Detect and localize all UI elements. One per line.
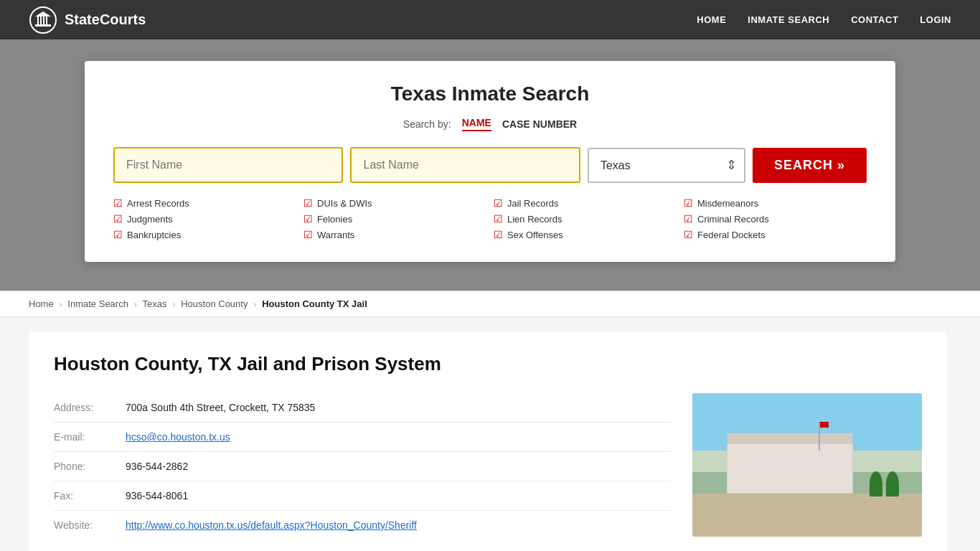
breadcrumb-sep-2: ›	[134, 300, 137, 309]
checkbox-icon: ☑	[684, 213, 693, 225]
check-label: Criminal Records	[697, 214, 769, 225]
breadcrumb-inmate-search[interactable]: Inmate Search	[67, 298, 128, 309]
checkbox-icon: ☑	[684, 197, 693, 209]
logo[interactable]: StateCourts	[29, 6, 146, 34]
breadcrumb-sep-3: ›	[173, 300, 176, 309]
hero-section: COURTHOUSE Texas Inmate Search Search by…	[0, 39, 980, 291]
check-label: Bankruptcies	[127, 230, 181, 240]
svg-marker-6	[35, 11, 51, 17]
check-label: Felonies	[317, 214, 352, 225]
address-label: Address:	[54, 402, 111, 413]
last-name-input[interactable]	[350, 147, 580, 183]
phone-label: Phone:	[54, 461, 111, 472]
check-label: DUIs & DWIs	[317, 198, 372, 209]
email-label: E-mail:	[54, 431, 111, 443]
svg-rect-4	[43, 16, 44, 24]
nav-login[interactable]: LOGIN	[920, 14, 951, 25]
address-value: 700a South 4th Street, Crockett, TX 7583…	[126, 402, 315, 413]
check-label: Warrants	[317, 230, 354, 240]
checkbox-icon: ☑	[303, 197, 313, 209]
website-label: Website:	[54, 519, 111, 531]
tab-case-number[interactable]: CASE NUMBER	[502, 118, 577, 130]
header: StateCourts HOME INMATE SEARCH CONTACT L…	[0, 0, 980, 39]
phone-value: 936-544-2862	[126, 461, 188, 472]
info-row-fax: Fax: 936-544-8061	[54, 481, 671, 511]
breadcrumb-texas[interactable]: Texas	[143, 298, 167, 309]
nav-contact[interactable]: CONTACT	[851, 14, 898, 25]
search-inputs-row: Texas ⇕ SEARCH »	[113, 147, 867, 183]
check-misdemeanors: ☑ Misdemeanors	[684, 197, 867, 209]
trees	[870, 471, 899, 496]
checkbox-icon: ☑	[494, 229, 503, 240]
check-warrants: ☑ Warrants	[303, 229, 486, 240]
info-row-email: E-mail: hcso@co.houston.tx.us	[54, 423, 671, 452]
check-label: Sex Offenses	[507, 230, 563, 240]
logo-text: StateCourts	[65, 11, 146, 28]
check-bankruptcies: ☑ Bankruptcies	[113, 229, 296, 240]
logo-icon	[29, 6, 57, 34]
svg-rect-3	[40, 16, 42, 24]
breadcrumb-sep-4: ›	[253, 300, 256, 309]
info-row-address: Address: 700a South 4th Street, Crockett…	[54, 393, 671, 423]
nav-inmate-search[interactable]: INMATE SEARCH	[748, 14, 829, 25]
check-felonies: ☑ Felonies	[303, 213, 486, 225]
checkbox-icon: ☑	[303, 213, 313, 225]
breadcrumb: Home › Inmate Search › Texas › Houston C…	[0, 291, 980, 317]
facility-title: Houston County, TX Jail and Prison Syste…	[54, 353, 922, 375]
check-sex-offenses: ☑ Sex Offenses	[494, 229, 677, 240]
email-link[interactable]: hcso@co.houston.tx.us	[126, 431, 230, 443]
nav-home[interactable]: HOME	[697, 14, 726, 25]
search-card: Texas Inmate Search Search by: NAME CASE…	[85, 61, 895, 262]
checkbox-icon: ☑	[303, 229, 313, 240]
info-row-website: Website: http://www.co.houston.tx.us/def…	[54, 511, 671, 540]
flagpole	[819, 422, 820, 451]
svg-rect-5	[46, 16, 47, 24]
tab-name[interactable]: NAME	[462, 117, 491, 131]
fax-label: Fax:	[54, 490, 111, 501]
info-row-phone: Phone: 936-544-2862	[54, 452, 671, 481]
facility-info: Address: 700a South 4th Street, Crockett…	[54, 393, 671, 540]
check-label: Lien Records	[507, 214, 562, 225]
search-by-label: Search by:	[403, 118, 451, 130]
svg-rect-1	[35, 24, 51, 27]
breadcrumb-current: Houston County TX Jail	[262, 298, 367, 309]
main-content: Houston County, TX Jail and Prison Syste…	[0, 317, 980, 551]
check-criminal-records: ☑ Criminal Records	[684, 213, 867, 225]
checkbox-icon: ☑	[494, 197, 503, 209]
state-select-wrapper: Texas ⇕	[588, 148, 745, 183]
checkmarks-grid: ☑ Arrest Records ☑ DUIs & DWIs ☑ Jail Re…	[113, 197, 867, 240]
search-by-row: Search by: NAME CASE NUMBER	[113, 117, 867, 131]
check-label: Arrest Records	[127, 198, 189, 209]
check-federal-dockets: ☑ Federal Dockets	[684, 229, 867, 240]
main-nav: HOME INMATE SEARCH CONTACT LOGIN	[697, 14, 951, 25]
content-layout: Address: 700a South 4th Street, Crockett…	[54, 393, 922, 540]
check-label: Jail Records	[507, 198, 559, 209]
check-label: Federal Dockets	[697, 230, 765, 240]
search-button[interactable]: SEARCH »	[753, 148, 867, 183]
checkbox-icon: ☑	[494, 213, 503, 225]
tree-1	[870, 471, 882, 496]
state-select[interactable]: Texas	[588, 148, 745, 183]
content-card: Houston County, TX Jail and Prison Syste…	[29, 331, 947, 551]
check-jail-records: ☑ Jail Records	[494, 197, 677, 209]
breadcrumb-sep-1: ›	[60, 300, 62, 309]
checkbox-icon: ☑	[113, 197, 123, 209]
svg-rect-2	[37, 16, 39, 24]
checkbox-icon: ☑	[113, 229, 123, 240]
check-lien-records: ☑ Lien Records	[494, 213, 677, 225]
breadcrumb-houston-county[interactable]: Houston County	[181, 298, 248, 309]
checkbox-icon: ☑	[684, 229, 693, 240]
check-arrest-records: ☑ Arrest Records	[113, 197, 296, 209]
breadcrumb-home[interactable]: Home	[29, 298, 54, 309]
tree-2	[886, 471, 899, 496]
building-shape	[727, 443, 853, 494]
check-label: Misdemeanors	[697, 198, 758, 209]
flag	[820, 422, 829, 428]
search-title: Texas Inmate Search	[113, 83, 867, 105]
check-duis-dwis: ☑ DUIs & DWIs	[303, 197, 486, 209]
first-name-input[interactable]	[113, 147, 343, 183]
facility-image	[692, 393, 922, 537]
website-link[interactable]: http://www.co.houston.tx.us/default.aspx…	[126, 519, 417, 531]
checkbox-icon: ☑	[113, 213, 123, 225]
fax-value: 936-544-8061	[126, 490, 188, 501]
